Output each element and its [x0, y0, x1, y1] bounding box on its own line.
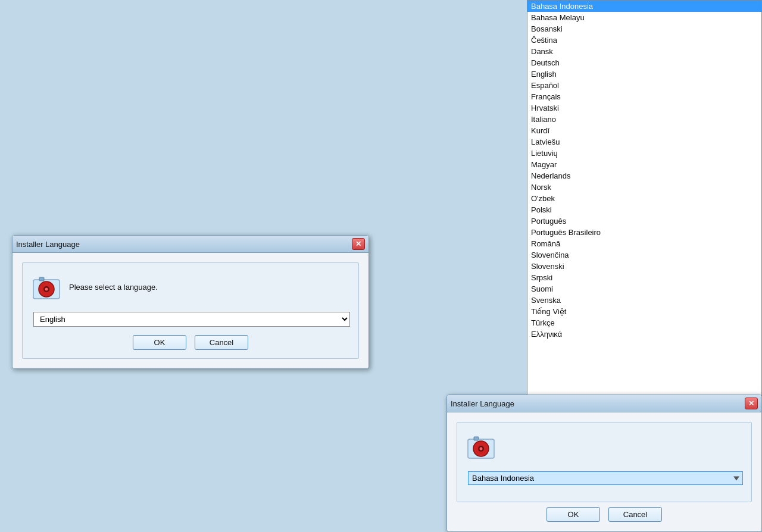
language-list-item-portugues[interactable]: Português: [527, 215, 761, 227]
language-list-item-romana[interactable]: Română: [527, 238, 761, 249]
language-list-item-slovencina[interactable]: Slovenčina: [527, 249, 761, 261]
left-cancel-button[interactable]: Cancel: [195, 335, 248, 350]
language-list-item-portugues-brasileiro[interactable]: Português Brasileiro: [527, 227, 761, 238]
language-list-item-polski[interactable]: Polski: [527, 204, 761, 215]
left-dialog-title: Installer Language: [16, 240, 80, 249]
right-language-dropdown[interactable]: Bahasa Indonesia: [468, 471, 743, 485]
language-list-item-slovenski[interactable]: Slovenski: [527, 261, 761, 272]
language-list-item-bahasa-melayu[interactable]: Bahasa Melayu: [527, 12, 761, 23]
svg-rect-9: [474, 437, 479, 440]
language-list-item-dansk[interactable]: Dansk: [527, 46, 761, 57]
svg-point-3: [45, 288, 48, 291]
language-list-item-hrvatski[interactable]: Hrvatski: [527, 102, 761, 114]
language-list-item-bosanski[interactable]: Bosanski: [527, 23, 761, 35]
left-language-select-row: English: [31, 312, 350, 327]
language-list-item-kurdi[interactable]: Kurdî: [527, 125, 761, 136]
language-list-container: Bahasa IndonesiaBahasa MelayuBosanskiČeš…: [527, 1, 761, 452]
left-dialog-body: Please select a language. English OK Can…: [22, 262, 359, 359]
language-list-item-latviesu[interactable]: Latviešu: [527, 136, 761, 148]
left-dialog-prompt: Please select a language.: [69, 283, 158, 292]
left-ok-button[interactable]: OK: [133, 335, 186, 350]
right-ok-button[interactable]: OK: [546, 507, 600, 522]
svg-point-8: [480, 447, 483, 450]
language-list-item-nederlands[interactable]: Nederlands: [527, 170, 761, 181]
svg-rect-4: [39, 277, 44, 281]
left-installer-dialog: Installer Language ✕ Please select a lan…: [12, 235, 369, 369]
left-dialog-close-button[interactable]: ✕: [352, 238, 365, 250]
right-dialog-buttons: OK Cancel: [452, 507, 757, 522]
language-list-item-espanol[interactable]: Español: [527, 80, 761, 91]
language-list-item-srpski[interactable]: Srpski: [527, 272, 761, 283]
right-dialog-body: Bahasa Indonesia: [457, 422, 752, 502]
left-dialog-icon-row: Please select a language.: [31, 271, 350, 302]
language-list-item-suomi[interactable]: Suomi: [527, 283, 761, 295]
language-list-item-english[interactable]: English: [527, 68, 761, 80]
language-list-item-turkce[interactable]: Türkçe: [527, 317, 761, 328]
right-dialog-titlebar: Installer Language ✕: [447, 395, 761, 412]
language-list-item-ellinika[interactable]: Ελληνικά: [527, 328, 761, 340]
language-list-item-italiano[interactable]: Italiano: [527, 114, 761, 125]
language-dropdown-panel: Bahasa IndonesiaBahasa MelayuBosanskiČeš…: [527, 0, 762, 452]
left-dialog-titlebar: Installer Language ✕: [13, 236, 368, 253]
language-list-item-tieng-viet[interactable]: Tiếng Việt: [527, 306, 761, 317]
language-list-item-svenska[interactable]: Svenska: [527, 295, 761, 306]
right-installer-icon: [466, 431, 496, 462]
left-language-dropdown[interactable]: English: [33, 312, 350, 327]
language-list-item-norsk[interactable]: Norsk: [527, 181, 761, 193]
language-list-item-ozbek[interactable]: O'zbek: [527, 193, 761, 204]
installer-icon: [31, 271, 62, 302]
right-dialog-icon-row: [466, 431, 743, 462]
right-cancel-button[interactable]: Cancel: [608, 507, 662, 522]
language-list-item-deutsch[interactable]: Deutsch: [527, 57, 761, 68]
right-dialog-close-button[interactable]: ✕: [745, 398, 758, 409]
right-installer-dialog: Installer Language ✕ Bahasa Indonesia: [446, 395, 762, 532]
language-list-item-lietuviu[interactable]: Lietuvių: [527, 148, 761, 159]
right-dialog-title: Installer Language: [451, 399, 514, 408]
language-list-item-magyar[interactable]: Magyar: [527, 159, 761, 170]
left-dialog-buttons: OK Cancel: [31, 335, 350, 350]
right-language-select-row: Bahasa Indonesia: [466, 471, 743, 485]
language-list-item-francais[interactable]: Français: [527, 91, 761, 102]
language-list-item-cestina[interactable]: Čeština: [527, 35, 761, 46]
language-list[interactable]: Bahasa IndonesiaBahasa MelayuBosanskiČeš…: [527, 1, 761, 452]
language-list-item-bahasa-indonesia[interactable]: Bahasa Indonesia: [527, 1, 761, 12]
